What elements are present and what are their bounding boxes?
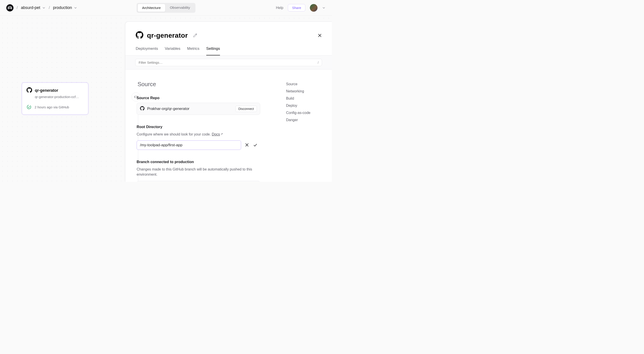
field-root-directory: Root Directory Configure where we should… <box>136 125 260 150</box>
breadcrumb-project-text: absurd-pet <box>21 5 40 10</box>
slash-shortcut: / <box>318 61 319 64</box>
docs-link[interactable]: Docs <box>212 132 220 136</box>
settings-body: Source Networking Build Deploy Config-as… <box>126 70 332 182</box>
filter-input-wrapper[interactable]: / <box>135 59 322 66</box>
disconnect-button[interactable]: Disconnect <box>236 106 257 112</box>
filter-input[interactable] <box>139 61 301 64</box>
desc-text: Configure where we should look for your … <box>136 132 212 136</box>
tab-variables[interactable]: Variables <box>165 46 180 55</box>
field-source-repo: Source Repo Prakhar-org/qr-generator Dis… <box>136 96 260 115</box>
repo-box: Prakhar-org/qr-generator Disconnect <box>136 103 260 115</box>
check-circle-icon <box>26 105 32 110</box>
service-card[interactable]: qr-generator qr-generator-production-ccf… <box>22 83 88 115</box>
tab-deployments[interactable]: Deployments <box>136 46 158 55</box>
tab-observability[interactable]: Observability <box>166 4 194 12</box>
header-right: Help Share <box>276 4 326 12</box>
panel-title: qr-generator <box>147 32 188 39</box>
panel-tabs: Deployments Variables Metrics Settings <box>126 40 332 56</box>
avatar[interactable] <box>310 4 318 12</box>
share-button[interactable]: Share <box>288 4 305 11</box>
chevron-down-icon[interactable] <box>322 6 326 10</box>
tab-metrics[interactable]: Metrics <box>187 46 200 55</box>
label-branch: Branch connected to production <box>136 160 260 164</box>
help-link[interactable]: Help <box>276 6 283 10</box>
header: / absurd-pet / production Architecture O… <box>0 0 332 16</box>
breadcrumb-project[interactable]: absurd-pet <box>21 5 46 10</box>
cancel-icon[interactable] <box>245 143 249 147</box>
chevron-down-icon <box>74 6 77 10</box>
root-directory-input[interactable] <box>136 141 241 150</box>
edit-icon[interactable] <box>193 33 197 38</box>
desc-root-directory: Configure where we should look for your … <box>136 132 260 137</box>
confirm-icon[interactable] <box>253 143 257 147</box>
repo-name: Prakhar-org/qr-generator <box>147 107 190 111</box>
logo[interactable] <box>6 4 14 11</box>
tab-settings[interactable]: Settings <box>206 46 220 55</box>
label-source-repo: Source Repo <box>136 96 260 100</box>
service-subtitle: qr-generator-production-ccf… <box>35 95 84 99</box>
field-branch: Branch connected to production Changes m… <box>136 160 260 182</box>
breadcrumb-separator: / <box>46 5 53 10</box>
breadcrumb-env[interactable]: production <box>53 5 77 10</box>
github-icon <box>26 87 32 94</box>
view-tabs: Architecture Observability <box>136 3 195 13</box>
chevron-down-icon <box>42 6 46 10</box>
section-title: Source <box>136 81 260 88</box>
breadcrumb-env-text: production <box>53 5 72 10</box>
service-status: 2 hours ago via GitHub <box>34 105 69 109</box>
service-title: qr-generator <box>35 88 58 93</box>
github-icon <box>136 31 143 40</box>
github-icon <box>140 106 144 112</box>
desc-branch: Changes made to this GitHub branch will … <box>136 167 254 177</box>
tab-architecture[interactable]: Architecture <box>137 4 166 12</box>
label-root-directory: Root Directory <box>136 125 260 129</box>
branch-row: main Disconnect <box>136 181 260 182</box>
details-panel: qr-generator Deployments Variables Metri… <box>125 21 332 182</box>
breadcrumb-separator: / <box>14 5 21 10</box>
close-icon[interactable] <box>318 34 322 37</box>
filter-row: / <box>126 56 332 70</box>
external-link-icon: ↗ <box>220 132 223 136</box>
